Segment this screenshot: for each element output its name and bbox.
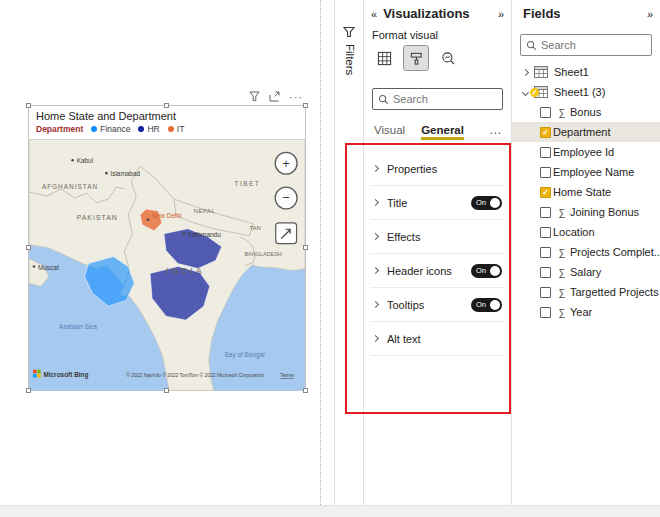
fields-search-box[interactable] [520,34,652,56]
resize-handle[interactable] [26,103,31,108]
field-checkbox[interactable] [540,107,551,118]
map-controls: + − [275,152,297,243]
toggle[interactable]: On [471,196,502,210]
field-label: Employee Id [553,146,614,158]
analytics-icon[interactable] [436,46,460,70]
sigma-icon: ∑ [556,247,568,258]
legend-item-it[interactable]: IT [168,124,185,134]
chevron-right-icon [372,233,379,240]
bing-map[interactable]: Kabul AFGHANISTAN Islamabad TIBET PAKIST… [29,139,305,391]
label-tibet: TIBET [235,180,261,187]
filters-pane-label[interactable]: Filters [344,44,356,75]
format-section-row[interactable]: Tooltips On [370,288,505,322]
fields-header: Fields » [523,6,653,21]
tab-visual[interactable]: Visual [374,124,405,140]
field-checkbox[interactable] [540,127,551,138]
toggle-knob [490,266,500,276]
fields-tree: Sheet1 ✓ Sheet1 (3) ∑Bonus Department Em… [512,62,660,322]
expand-pane-icon[interactable]: » [647,8,653,20]
resize-handle[interactable] [26,388,31,393]
field-checkbox[interactable] [540,247,551,258]
map-visual[interactable]: ··· Home State and Department Department… [28,105,306,391]
chevron-right-icon [372,165,379,172]
table-row-sheet1[interactable]: Sheet1 [512,62,660,82]
resize-handle[interactable] [303,103,308,108]
field-row[interactable]: ∑Year [512,302,660,322]
format-section-row[interactable]: Properties [370,152,505,186]
expand-pane-icon[interactable]: » [498,8,504,20]
format-section-row[interactable]: Header icons On [370,254,505,288]
field-label: Department [553,126,610,138]
field-row[interactable]: Department [512,122,660,142]
field-checkbox[interactable] [540,227,551,238]
sigma-icon: ∑ [556,287,568,298]
field-checkbox[interactable] [540,287,551,298]
field-row[interactable]: ∑Targetted Projects [512,282,660,302]
label-kathmandu: Kathmandu [188,231,221,238]
terms-link[interactable]: Terms [280,373,294,378]
section-label: Tooltips [387,299,424,311]
report-canvas[interactable]: ··· Home State and Department Department… [0,0,334,505]
legend: Department Finance HR IT [29,122,305,134]
tab-general[interactable]: General [421,124,464,140]
label-pakistan: PAKISTAN [77,214,118,221]
table-row-sheet1-3[interactable]: ✓ Sheet1 (3) [512,82,660,102]
window-bottom-edge [0,505,660,517]
format-visual-icon[interactable] [404,46,428,70]
field-row[interactable]: ∑Projects Complet... [512,242,660,262]
visualizations-header: « Visualizations » [371,6,504,21]
field-checkbox[interactable] [540,167,551,178]
legend-dot [91,126,97,132]
format-search-box[interactable] [372,88,503,110]
zoom-out-button[interactable]: − [275,187,297,209]
chevron-down-icon[interactable] [522,88,529,95]
birds-eye-button[interactable] [276,223,297,244]
filter-funnel-icon[interactable] [249,91,260,102]
fields-search-input[interactable] [541,39,646,51]
field-row[interactable]: Home State [512,182,660,202]
format-search-input[interactable] [393,93,497,105]
toggle[interactable]: On [471,298,502,312]
sigma-icon: ∑ [556,307,568,318]
collapse-pane-icon[interactable]: « [371,8,377,20]
field-row[interactable]: Employee Name [512,162,660,182]
label-bhutan: TAN [249,225,260,231]
toggle[interactable]: On [471,264,502,278]
map-area[interactable]: Kabul AFGHANISTAN Islamabad TIBET PAKIST… [29,139,305,391]
resize-handle[interactable] [303,388,308,393]
field-row[interactable]: ∑Joining Bonus [512,202,660,222]
resize-handle[interactable] [164,388,169,393]
filters-pane-collapsed[interactable]: Filters [334,0,363,505]
format-section-row[interactable]: Alt text [370,322,505,356]
label-kabul: Kabul [77,157,93,164]
field-row[interactable]: ∑Bonus [512,102,660,122]
legend-item-finance[interactable]: Finance [91,124,130,134]
filters-funnel-icon[interactable] [343,26,355,38]
field-checkbox[interactable] [540,187,551,198]
resize-handle[interactable] [303,245,308,250]
resize-handle[interactable] [164,103,169,108]
field-checkbox[interactable] [540,207,551,218]
field-checkbox[interactable] [540,267,551,278]
more-options-icon[interactable]: ··· [289,92,303,102]
build-visual-icon[interactable] [372,46,396,70]
format-section-row[interactable]: Title On [370,186,505,220]
format-section-row[interactable]: Effects [370,220,505,254]
field-checkbox[interactable] [540,147,551,158]
field-label: Bonus [570,106,601,118]
format-sections: Properties Title On Effects Header icons… [370,152,505,356]
legend-item-hr[interactable]: HR [138,124,159,134]
bing-logo-text[interactable]: Microsoft Bing [43,371,88,379]
field-row[interactable]: ∑Salary [512,262,660,282]
checked-badge-icon: ✓ [530,88,539,97]
field-row[interactable]: Employee Id [512,142,660,162]
chevron-right-icon[interactable] [522,68,529,75]
field-row[interactable]: Location [512,222,660,242]
visualizations-pane: « Visualizations » Format visual Visual … [363,0,511,505]
field-checkbox[interactable] [540,307,551,318]
resize-handle[interactable] [26,245,31,250]
chevron-right-icon [372,301,379,308]
focus-mode-icon[interactable] [269,91,280,102]
tabs-more-icon[interactable]: ⋯ [489,126,501,140]
zoom-in-button[interactable]: + [275,152,297,174]
